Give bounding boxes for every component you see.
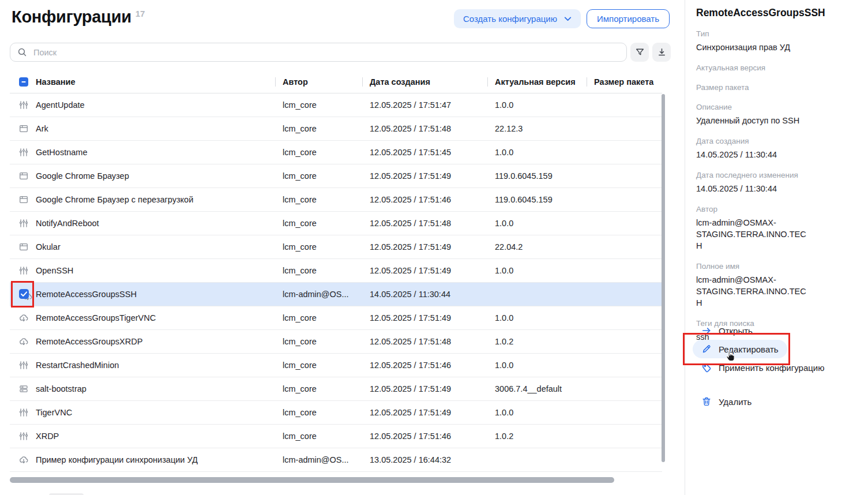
- edit-button[interactable]: Редактировать: [693, 340, 787, 358]
- row-version: 1.0.2: [495, 432, 594, 441]
- row-created: 12.05.2025 / 17:51:49: [370, 313, 495, 322]
- row-author: lcm_core: [283, 195, 370, 204]
- detail-field: Полное имя lcm-admin@OSMAX-STAGING.TERRA…: [696, 261, 856, 309]
- table-row[interactable]: OpenSSH lcm_core 12.05.2025 / 17:51:49 1…: [10, 259, 662, 283]
- app-window-icon: [19, 195, 28, 204]
- detail-field-value: 14.05.2025 / 11:30:44: [696, 183, 811, 194]
- edit-button-label: Редактировать: [719, 344, 779, 354]
- vertical-scrollbar[interactable]: [662, 94, 665, 462]
- row-created: 12.05.2025 / 17:51:46: [370, 361, 495, 370]
- table-row[interactable]: TigerVNC lcm_core 12.05.2025 / 17:51:49 …: [10, 401, 662, 425]
- row-version: 1.0.0: [495, 266, 594, 275]
- table-row[interactable]: NotifyAndReboot lcm_core 12.05.2025 / 17…: [10, 212, 662, 235]
- table-row[interactable]: Ark lcm_core 12.05.2025 / 17:51:48 22.12…: [10, 117, 662, 141]
- pencil-icon: [701, 344, 712, 354]
- table-row[interactable]: AgentUpdate lcm_core 12.05.2025 / 17:51:…: [10, 93, 662, 117]
- row-created: 14.05.2025 / 11:30:44: [370, 290, 495, 299]
- app-window-icon: [19, 242, 28, 252]
- row-name: Google Chrome Браузер: [36, 171, 283, 181]
- sliders-icon: [19, 408, 28, 417]
- table-row[interactable]: Google Chrome Браузер с перезагрузкой lc…: [10, 188, 662, 212]
- delete-button[interactable]: Удалить: [693, 392, 760, 411]
- row-version: 1.0.0: [495, 148, 594, 157]
- horizontal-scrollbar[interactable]: [10, 477, 614, 483]
- trash-icon: [701, 396, 712, 407]
- table-row[interactable]: RestartCrashedMinion lcm_core 12.05.2025…: [10, 354, 662, 377]
- detail-field-label: Актуальная версия: [696, 63, 856, 73]
- row-created: 12.05.2025 / 17:51:49: [370, 171, 495, 181]
- row-name: Ark: [36, 124, 283, 133]
- row-version: 1.0.0: [495, 361, 594, 370]
- table-row[interactable]: GetHostname lcm_core 12.05.2025 / 17:51:…: [10, 141, 662, 164]
- row-created: 12.05.2025 / 17:51:48: [370, 219, 495, 228]
- detail-field-label: Дата создания: [696, 136, 856, 146]
- row-name: NotifyAndReboot: [36, 219, 283, 228]
- open-button[interactable]: Открыть: [693, 321, 761, 340]
- row-name: OpenSSH: [36, 266, 283, 275]
- row-created: 12.05.2025 / 17:51:45: [370, 148, 495, 157]
- row-name: Пример конфигурации синхронизации УД: [36, 455, 283, 464]
- import-button[interactable]: Импортировать: [587, 9, 670, 28]
- row-name: RemoteAccessGroupsTigerVNC: [36, 313, 283, 322]
- table-header-row: Название Автор Дата создания Актуальная …: [10, 70, 662, 93]
- create-configuration-label: Создать конфигурацию: [463, 14, 557, 24]
- row-version: 22.12.3: [495, 124, 594, 133]
- select-all-checkbox[interactable]: [19, 77, 28, 87]
- row-author: lcm_core: [283, 384, 370, 393]
- server-icon: [19, 384, 28, 393]
- row-author: lcm_core: [283, 219, 370, 228]
- chevron-down-icon: [563, 14, 573, 24]
- detail-field: Дата создания 14.05.2025 / 11:30:44: [696, 136, 856, 160]
- table-row[interactable]: salt-bootstrap lcm_core 12.05.2025 / 17:…: [10, 377, 662, 401]
- row-name: Okular: [36, 242, 283, 252]
- detail-field: Размер пакета: [696, 82, 856, 92]
- table-row[interactable]: RemoteAccessGroupsXRDP lcm_core 12.05.20…: [10, 330, 662, 354]
- row-created: 12.05.2025 / 17:51:48: [370, 337, 495, 346]
- sliders-icon: [19, 219, 28, 228]
- table-row[interactable]: XRDP lcm_core 12.05.2025 / 17:51:46 1.0.…: [10, 425, 662, 448]
- apply-configuration-button[interactable]: Применить конфигурацию: [693, 358, 833, 377]
- detail-field: Автор lcm-admin@OSMAX-STAGING.TERRA.INNO…: [696, 204, 856, 252]
- arrow-right-icon: [701, 325, 712, 336]
- row-author: lcm_core: [283, 337, 370, 346]
- row-name: Google Chrome Браузер с перезагрузкой: [36, 195, 283, 204]
- page-count-badge: 17: [136, 9, 145, 18]
- column-header-size[interactable]: Размер пакета: [594, 77, 662, 87]
- app-window-icon: [19, 171, 28, 181]
- column-header-name[interactable]: Название: [36, 77, 283, 87]
- page-title: Конфигурации: [12, 7, 131, 27]
- table-row[interactable]: Okular lcm_core 12.05.2025 / 17:51:49 22…: [10, 235, 662, 259]
- search-input[interactable]: [10, 43, 627, 62]
- row-author: lcm_core: [283, 148, 370, 157]
- table-row[interactable]: Пример конфигурации синхронизации УД lcm…: [10, 448, 662, 472]
- sliders-icon: [19, 361, 28, 370]
- row-name: salt-bootstrap: [36, 384, 283, 393]
- sliders-icon: [19, 100, 28, 110]
- table-row[interactable]: RemoteAccessGroupsSSH lcm-admin@OS... 14…: [10, 283, 662, 306]
- column-header-version[interactable]: Актуальная версия: [495, 77, 594, 87]
- row-author: lcm_core: [283, 242, 370, 252]
- detail-field-label: Размер пакета: [696, 82, 856, 92]
- detail-field-label: Полное имя: [696, 261, 856, 271]
- row-author: lcm_core: [283, 266, 370, 275]
- row-version: 3006.7.4__default: [495, 384, 594, 393]
- configurations-page: Конфигурации 17 Создать конфигурацию Имп…: [0, 0, 685, 495]
- page-header: Конфигурации 17 Создать конфигурацию Имп…: [12, 7, 670, 28]
- column-header-created[interactable]: Дата создания: [370, 77, 495, 87]
- row-checkbox-checked[interactable]: [19, 289, 29, 299]
- cloud-sync-icon: [19, 455, 28, 464]
- create-configuration-button[interactable]: Создать конфигурацию: [454, 9, 581, 28]
- details-panel-title: RemoteAccessGroupsSSH: [696, 7, 856, 19]
- column-header-author[interactable]: Автор: [283, 77, 370, 87]
- table-row[interactable]: Google Chrome Браузер lcm_core 12.05.202…: [10, 164, 662, 188]
- tag-icon: [701, 362, 712, 373]
- row-name: TigerVNC: [36, 408, 283, 417]
- export-button[interactable]: [652, 43, 671, 62]
- row-version: 1.0.0: [495, 100, 594, 110]
- detail-field-value: Синхронизация прав УД: [696, 42, 811, 53]
- row-author: lcm_core: [283, 408, 370, 417]
- filter-button[interactable]: [630, 43, 649, 62]
- search-icon: [17, 47, 27, 59]
- detail-field: Актуальная версия: [696, 63, 856, 73]
- table-row[interactable]: RemoteAccessGroupsTigerVNC lcm_core 12.0…: [10, 306, 662, 330]
